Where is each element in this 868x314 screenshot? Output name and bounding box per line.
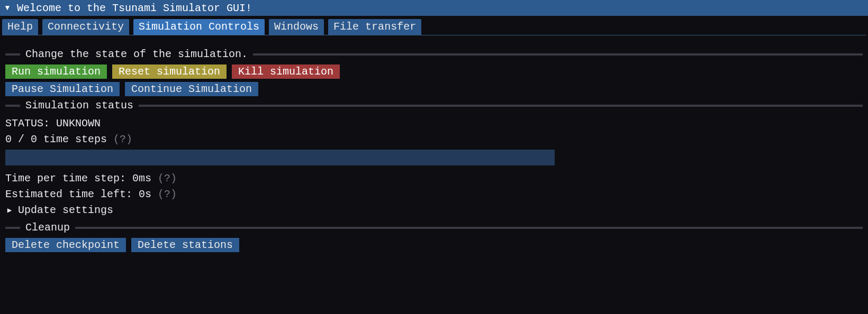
- expand-icon: ▶: [5, 202, 14, 218]
- eta-help-icon[interactable]: (?): [158, 188, 177, 200]
- divider-icon: [139, 105, 863, 107]
- divider-icon: [5, 105, 20, 107]
- delete-checkpoint-button[interactable]: Delete checkpoint: [5, 238, 126, 252]
- tab-bar: Help Connectivity Simulation Controls Wi…: [0, 16, 868, 35]
- section-header-cleanup: Cleanup: [5, 221, 863, 234]
- timesteps-help-icon[interactable]: (?): [113, 133, 132, 145]
- tabbar-underline: [2, 35, 866, 35]
- kill-simulation-button[interactable]: Kill simulation: [232, 64, 340, 79]
- timesteps-text: 0 / 0 time steps: [5, 133, 107, 145]
- state-buttons-row2: Pause Simulation Continue Simulation: [5, 82, 863, 96]
- divider-icon: [253, 53, 863, 56]
- update-settings-expander[interactable]: ▶ Update settings: [5, 202, 863, 218]
- tab-simulation-controls[interactable]: Simulation Controls: [133, 19, 265, 35]
- run-simulation-button[interactable]: Run simulation: [5, 64, 107, 79]
- pause-simulation-button[interactable]: Pause Simulation: [5, 82, 120, 96]
- progress-bar: [5, 150, 555, 165]
- divider-icon: [5, 53, 20, 56]
- tab-windows[interactable]: Windows: [269, 19, 324, 35]
- tab-content: Change the state of the simulation. Run …: [0, 41, 868, 261]
- divider-icon: [5, 227, 20, 229]
- continue-simulation-button[interactable]: Continue Simulation: [125, 82, 258, 96]
- state-buttons-row1: Run simulation Reset simulation Kill sim…: [5, 64, 863, 79]
- time-per-step-text: Time per time step: 0ms: [5, 172, 151, 184]
- section-label-state: Change the state of the simulation.: [25, 48, 248, 60]
- section-header-status: Simulation status: [5, 99, 863, 112]
- time-per-step-line: Time per time step: 0ms (?): [5, 171, 863, 187]
- tab-connectivity[interactable]: Connectivity: [42, 19, 129, 35]
- window-titlebar[interactable]: ▼ Welcome to the Tsunami Simulator GUI!: [0, 0, 868, 16]
- cleanup-buttons-row: Delete checkpoint Delete stations: [5, 238, 863, 252]
- eta-text: Estimated time left: 0s: [5, 188, 151, 200]
- time-per-step-help-icon[interactable]: (?): [158, 172, 177, 184]
- eta-line: Estimated time left: 0s (?): [5, 187, 863, 202]
- window-title: Welcome to the Tsunami Simulator GUI!: [17, 2, 252, 14]
- update-settings-label: Update settings: [18, 202, 113, 218]
- divider-icon: [75, 227, 863, 229]
- timesteps-line: 0 / 0 time steps (?): [5, 132, 863, 147]
- status-text: STATUS: UNKNOWN: [5, 116, 863, 132]
- collapse-icon[interactable]: ▼: [3, 4, 12, 12]
- reset-simulation-button[interactable]: Reset simulation: [112, 64, 227, 79]
- tab-help[interactable]: Help: [2, 19, 38, 35]
- section-label-cleanup: Cleanup: [25, 221, 70, 234]
- section-label-status: Simulation status: [25, 99, 133, 112]
- section-header-state: Change the state of the simulation.: [5, 48, 863, 60]
- delete-stations-button[interactable]: Delete stations: [131, 238, 239, 252]
- tab-file-transfer[interactable]: File transfer: [328, 19, 421, 35]
